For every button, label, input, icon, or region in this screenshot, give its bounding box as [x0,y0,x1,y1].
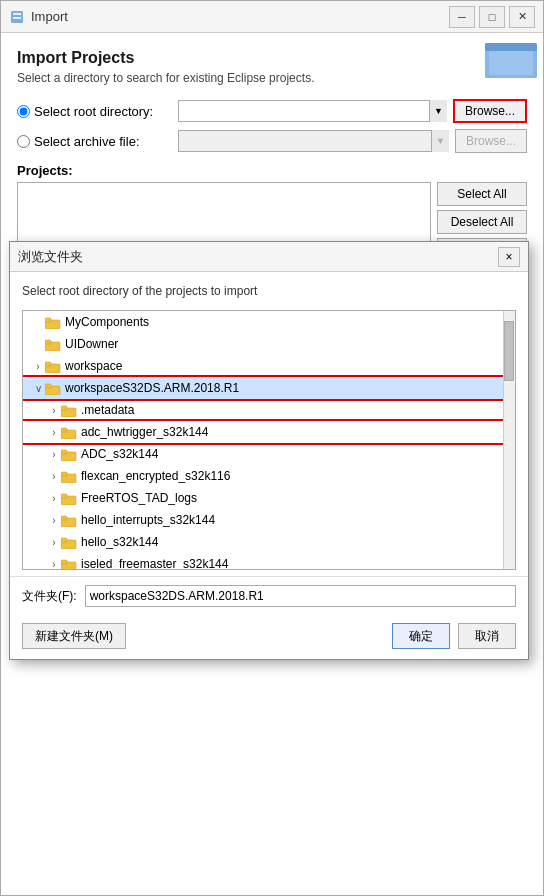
root-dir-combo-wrapper: ▼ [178,100,447,122]
svg-rect-31 [61,560,67,564]
projects-label: Projects: [17,163,527,178]
tree-expand-adc_hwtrigger[interactable]: › [47,427,61,438]
root-dir-browse-button[interactable]: Browse... [453,99,527,123]
tree-item-workspace[interactable]: › workspace [23,355,515,377]
tree-expand-metadata[interactable]: › [47,405,61,416]
tree-item-adc_s32k144[interactable]: › ADC_s32k144 [23,443,515,465]
svg-rect-2 [13,17,21,19]
root-dir-radio[interactable] [17,105,30,118]
svg-rect-1 [13,13,21,15]
browse-folder-dialog: 浏览文件夹 × Select root directory of the pro… [9,241,529,660]
form-section: Select root directory: ▼ Browse... Selec… [17,99,527,153]
svg-rect-9 [45,318,51,322]
svg-rect-21 [61,450,67,454]
folder-icon-iseled_fm1 [61,558,77,571]
select-all-button[interactable]: Select All [437,182,527,206]
tree-label-mycomponents: MyComponents [65,315,149,329]
root-dir-input[interactable] [178,100,447,122]
file-tree[interactable]: MyComponents UIDowner› workspace∨ worksp… [22,310,516,570]
archive-input[interactable] [178,130,449,152]
tree-item-hello_interrupts[interactable]: › hello_interrupts_s32k144 [23,509,515,531]
svg-rect-23 [61,472,67,476]
folder-icon-flexcan [61,470,77,483]
tree-expand-iseled_fm1[interactable]: › [47,559,61,570]
tree-label-workspace: workspace [65,359,122,373]
close-button[interactable]: ✕ [509,6,535,28]
archive-radio[interactable] [17,135,30,148]
tree-item-uidowner[interactable]: UIDowner [23,333,515,355]
page-title: Import Projects [17,49,527,67]
tree-item-flexcan[interactable]: › flexcan_encrypted_s32k116 [23,465,515,487]
folder-field-label: 文件夹(F): [22,588,77,605]
tree-label-uidowner: UIDowner [65,337,118,351]
folder-icon-metadata [61,404,77,417]
svg-rect-11 [45,340,51,344]
folder-icon-freertos [61,492,77,505]
tree-scrollbar[interactable] [503,311,515,569]
dialog-title: 浏览文件夹 [18,248,498,266]
deselect-all-button[interactable]: Deselect All [437,210,527,234]
archive-file-row: Select archive file: ▼ Browse... [17,129,527,153]
tree-label-hello_interrupts: hello_interrupts_s32k144 [81,513,215,527]
tree-item-freertos[interactable]: › FreeRTOS_TAD_logs [23,487,515,509]
tree-item-metadata[interactable]: › .metadata [23,399,515,421]
archive-dropdown-arrow: ▼ [431,130,449,152]
tree-label-adc_s32k144: ADC_s32k144 [81,447,158,461]
tree-expand-hello_s32k144[interactable]: › [47,537,61,548]
archive-combo-wrapper: ▼ [178,130,449,152]
archive-label: Select archive file: [34,134,140,149]
tree-expand-adc_s32k144[interactable]: › [47,449,61,460]
root-dir-dropdown-arrow[interactable]: ▼ [429,100,447,122]
tree-item-mycomponents[interactable]: MyComponents [23,311,515,333]
tree-label-workspaces32ds: workspaceS32DS.ARM.2018.R1 [65,381,239,395]
tree-expand-hello_interrupts[interactable]: › [47,515,61,526]
cancel-button[interactable]: 取消 [458,623,516,649]
folder-icon-large [485,33,543,92]
dialog-content: Select root directory of the projects to… [10,272,528,570]
tree-item-iseled_fm1[interactable]: › iseled_freemaster_s32k144 [23,553,515,570]
tree-expand-flexcan[interactable]: › [47,471,61,482]
tree-label-hello_s32k144: hello_s32k144 [81,535,158,549]
maximize-button[interactable]: □ [479,6,505,28]
window-icon [9,9,25,25]
folder-icon-hello_interrupts [61,514,77,527]
tree-expand-freertos[interactable]: › [47,493,61,504]
root-dir-row: Select root directory: ▼ Browse... [17,99,527,123]
folder-icon-workspace [45,360,61,373]
tree-item-adc_hwtrigger[interactable]: › adc_hwtrigger_s32k144 [23,421,515,443]
archive-radio-label[interactable]: Select archive file: [17,134,172,149]
svg-rect-29 [61,538,67,542]
tree-scroll-thumb[interactable] [504,321,514,381]
dialog-action-buttons: 新建文件夹(M) 确定 取消 [10,615,528,659]
tree-item-workspaces32ds[interactable]: ∨ workspaceS32DS.ARM.2018.R1 [23,377,515,399]
tree-label-flexcan: flexcan_encrypted_s32k116 [81,469,230,483]
dialog-close-button[interactable]: × [498,247,520,267]
window-controls: ─ □ ✕ [449,6,535,28]
svg-rect-7 [485,43,537,51]
svg-rect-15 [45,384,51,388]
tree-item-hello_s32k144[interactable]: › hello_s32k144 [23,531,515,553]
root-dir-radio-label[interactable]: Select root directory: [17,104,172,119]
svg-rect-6 [489,51,533,75]
dialog-subtitle: Select root directory of the projects to… [22,284,516,298]
minimize-button[interactable]: ─ [449,6,475,28]
folder-icon-uidowner [45,338,61,351]
tree-label-iseled_fm1: iseled_freemaster_s32k144 [81,557,228,570]
tree-label-freertos: FreeRTOS_TAD_logs [81,491,197,505]
svg-rect-13 [45,362,51,366]
svg-rect-19 [61,428,67,432]
svg-rect-17 [61,406,67,410]
tree-label-adc_hwtrigger: adc_hwtrigger_s32k144 [81,425,208,439]
tree-label-metadata: .metadata [81,403,134,417]
folder-path-input[interactable] [85,585,516,607]
tree-expand-workspaces32ds[interactable]: ∨ [31,383,45,394]
confirm-button[interactable]: 确定 [392,623,450,649]
folder-icon-adc_s32k144 [61,448,77,461]
archive-browse-button[interactable]: Browse... [455,129,527,153]
folder-icon-mycomponents [45,316,61,329]
new-folder-button[interactable]: 新建文件夹(M) [22,623,126,649]
tree-expand-workspace[interactable]: › [31,361,45,372]
folder-icon-workspaces32ds [45,382,61,395]
svg-rect-27 [61,516,67,520]
folder-icon-adc_hwtrigger [61,426,77,439]
